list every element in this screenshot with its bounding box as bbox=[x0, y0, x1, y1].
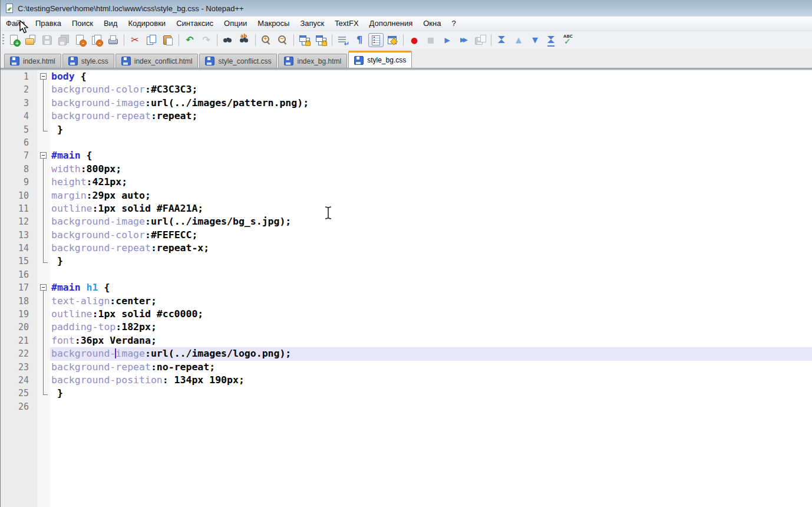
menu-item-2[interactable]: Поиск bbox=[67, 17, 98, 31]
menu-item-1[interactable]: Правка bbox=[30, 17, 67, 31]
code-token: 1px solid #FAA21A; bbox=[98, 203, 203, 214]
code-line-7[interactable]: #main { bbox=[50, 149, 812, 162]
show-all-characters-button[interactable]: ¶ bbox=[352, 33, 367, 47]
sync-vertical-scrolling-button[interactable] bbox=[297, 33, 312, 47]
fold-margin-cell bbox=[37, 268, 50, 281]
toolbar-grip[interactable] bbox=[2, 34, 4, 46]
line-number: 20 bbox=[1, 321, 37, 334]
close-file-button[interactable]: - bbox=[72, 33, 88, 47]
textfx-up-button[interactable]: ▲ bbox=[511, 33, 526, 47]
code-line-25[interactable]: } bbox=[50, 387, 812, 400]
print-icon bbox=[107, 34, 119, 46]
fold-toggle[interactable] bbox=[37, 281, 50, 294]
code-line-4[interactable]: background-repeat:repeat; bbox=[50, 110, 812, 123]
code-line-24[interactable]: background-position: 134px 190px; bbox=[50, 374, 812, 387]
title-bar: C:\testingServer\home\html.loc\www\css\s… bbox=[1, 0, 812, 17]
new-file-button[interactable]: + bbox=[6, 33, 22, 47]
code-line-5[interactable]: } bbox=[50, 123, 812, 136]
line-number: 22 bbox=[1, 347, 37, 360]
code-line-9[interactable]: height:421px; bbox=[50, 176, 812, 189]
textfx-collapse-line-button[interactable] bbox=[544, 33, 559, 47]
code-line-16[interactable] bbox=[50, 268, 812, 281]
tab-style_bg.css[interactable]: style_bg.css bbox=[348, 51, 412, 68]
code-line-18[interactable]: text-align:center; bbox=[50, 295, 812, 308]
textfx-down-button[interactable]: ▼ bbox=[527, 33, 543, 47]
cut-button[interactable]: ✂ bbox=[127, 33, 143, 47]
code-area[interactable]: body {background-color:#C3C3C3;backgroun… bbox=[50, 70, 812, 507]
code-token: : bbox=[81, 163, 87, 175]
code-line-3[interactable]: background-image:url(../images/pattern.p… bbox=[50, 97, 812, 110]
fold-collapse-icon[interactable] bbox=[40, 73, 47, 80]
menu-item-11[interactable]: Окна bbox=[418, 17, 446, 31]
fold-margin[interactable] bbox=[37, 70, 50, 507]
spell-check-button[interactable]: ABC✓ bbox=[560, 33, 576, 47]
toolbar-separator bbox=[491, 34, 491, 46]
close-all-button[interactable]: - bbox=[89, 33, 104, 47]
tab-index.html[interactable]: index.html bbox=[4, 54, 61, 68]
fold-collapse-icon[interactable] bbox=[40, 284, 47, 291]
open-file-button[interactable] bbox=[23, 33, 38, 47]
code-line-15[interactable]: } bbox=[50, 255, 812, 268]
menu-item-9[interactable]: TextFX bbox=[329, 17, 364, 31]
menu-item-4[interactable]: Кодировки bbox=[123, 17, 171, 31]
print-button[interactable] bbox=[105, 33, 121, 47]
zoom-in-button[interactable]: + bbox=[259, 33, 274, 47]
fold-collapse-icon[interactable] bbox=[40, 152, 47, 159]
textfx-collapse-button[interactable] bbox=[494, 33, 510, 47]
code-line-22[interactable]: background-image:url(../images/logo.png)… bbox=[50, 347, 812, 360]
paste-button[interactable] bbox=[160, 33, 176, 47]
menu-item-0[interactable]: Файл bbox=[1, 17, 30, 31]
word-wrap-button[interactable] bbox=[335, 33, 351, 47]
tab-style.css[interactable]: style.css bbox=[62, 54, 114, 68]
code-token: background-image bbox=[51, 216, 145, 227]
menu-item-12[interactable]: ? bbox=[446, 17, 461, 31]
menu-item-3[interactable]: Вид bbox=[98, 17, 123, 31]
copy-button[interactable] bbox=[144, 33, 159, 47]
undo-button[interactable]: ↶ bbox=[182, 33, 197, 47]
fold-toggle[interactable] bbox=[37, 70, 50, 83]
tab-index_conflict.html[interactable]: index_conflict.html bbox=[115, 54, 199, 68]
menu-item-6[interactable]: Опции bbox=[219, 17, 252, 31]
code-line-13[interactable]: background-color:#FEFECC; bbox=[50, 229, 812, 242]
fold-margin-cell bbox=[37, 202, 50, 215]
code-token: background- bbox=[51, 348, 115, 359]
code-line-2[interactable]: background-color:#C3C3C3; bbox=[50, 83, 812, 96]
code-line-20[interactable]: padding-top:182px; bbox=[50, 321, 812, 334]
menu-item-10[interactable]: Дополнения bbox=[364, 17, 418, 31]
tab-index_bg.html[interactable]: index_bg.html bbox=[278, 54, 347, 68]
code-line-17[interactable]: #main h1 { bbox=[50, 281, 812, 294]
code-line-10[interactable]: margin:29px auto; bbox=[50, 189, 812, 202]
code-line-11[interactable]: outline:1px solid #FAA21A; bbox=[50, 202, 812, 215]
menu-item-8[interactable]: Запуск bbox=[295, 17, 329, 31]
code-token: 800px; bbox=[87, 163, 122, 175]
menu-item-5[interactable]: Синтаксис bbox=[171, 17, 219, 31]
code-line-1[interactable]: body { bbox=[50, 70, 812, 83]
code-token bbox=[81, 282, 87, 293]
code-line-14[interactable]: background-repeat:repeat-x; bbox=[50, 242, 812, 255]
code-line-12[interactable]: background-image:url(../images/bg_s.jpg)… bbox=[50, 215, 812, 228]
playback-macro-button[interactable]: ▶ bbox=[440, 33, 455, 47]
stop-icon: ■ bbox=[425, 34, 437, 46]
fold-toggle[interactable] bbox=[37, 149, 50, 162]
code-token: : bbox=[93, 203, 98, 214]
replace-icon: ab bbox=[239, 34, 250, 46]
code-token: } bbox=[51, 124, 63, 135]
run-macro-multiple-times-button[interactable]: ▶▶ bbox=[456, 33, 471, 47]
user-defined-dialog-button[interactable] bbox=[385, 33, 400, 47]
code-line-26[interactable] bbox=[50, 400, 812, 413]
code-line-6[interactable] bbox=[50, 136, 812, 149]
replace-button[interactable]: ab bbox=[237, 33, 252, 47]
code-line-19[interactable]: outline:1px solid #cc0000; bbox=[50, 308, 812, 321]
code-token: { bbox=[75, 71, 87, 82]
code-line-23[interactable]: background-repeat:no-repeat; bbox=[50, 361, 812, 374]
zoom-out-button[interactable]: − bbox=[275, 33, 291, 47]
show-indent-guide-button[interactable] bbox=[368, 33, 384, 47]
menu-item-7[interactable]: Макросы bbox=[252, 17, 295, 31]
find-button[interactable] bbox=[220, 33, 236, 47]
sync-horizontal-scrolling-button[interactable] bbox=[313, 33, 329, 47]
code-line-21[interactable]: font:36px Verdana; bbox=[50, 334, 812, 347]
code-line-8[interactable]: width:800px; bbox=[50, 163, 812, 176]
tab-style_conflict.css[interactable]: style_conflict.css bbox=[199, 54, 277, 68]
line-number-margin[interactable]: 1234567891011121314151617181920212223242… bbox=[1, 70, 37, 507]
start-macro-recording-button[interactable]: ● bbox=[407, 33, 422, 47]
